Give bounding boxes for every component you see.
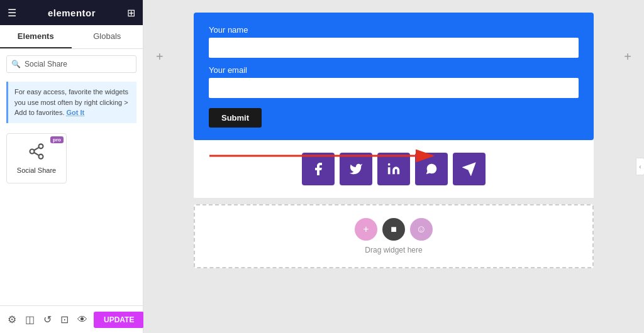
tab-globals[interactable]: Globals xyxy=(72,25,143,48)
search-input[interactable] xyxy=(6,55,136,73)
form-field-name: Your name xyxy=(209,25,579,58)
telegram-share-button[interactable] xyxy=(453,153,486,185)
add-section-left[interactable]: + xyxy=(156,50,164,63)
sidebar-bottom-toolbar: ⚙ ◫ ↺ ⊡ 👁 UPDATE ▲ xyxy=(0,305,143,333)
name-label: Your name xyxy=(209,25,579,35)
linkedin-share-button[interactable] xyxy=(377,153,410,185)
widget-type-icon[interactable]: ■ xyxy=(382,218,405,241)
name-input[interactable] xyxy=(209,38,579,58)
hamburger-icon[interactable]: ☰ xyxy=(8,7,16,19)
sidebar-search: 🔍 xyxy=(0,49,143,79)
social-share-section xyxy=(194,140,594,198)
drop-zone[interactable]: + ■ ☺ Drag widget here xyxy=(194,204,594,268)
widget-grid: pro Social Share xyxy=(0,128,143,188)
pro-badge: pro xyxy=(50,136,64,143)
add-widget-icon[interactable]: + xyxy=(355,218,377,241)
social-share-icon xyxy=(28,143,45,164)
history-icon[interactable]: ↺ xyxy=(41,311,54,328)
responsive-icon[interactable]: ⊡ xyxy=(58,311,71,328)
settings-icon[interactable]: ⚙ xyxy=(5,311,19,328)
svg-line-4 xyxy=(34,147,39,150)
info-box: For easy access, favorite the widgets yo… xyxy=(6,82,136,123)
sidebar: ☰ elementor ⊞ Elements Globals 🔍 For eas… xyxy=(0,0,143,333)
sidebar-tabs: Elements Globals xyxy=(0,25,143,49)
update-button[interactable]: UPDATE xyxy=(94,312,144,328)
svg-line-3 xyxy=(34,152,39,155)
svg-marker-9 xyxy=(464,163,475,175)
brand-logo: elementor xyxy=(48,8,96,18)
sidebar-header: ☰ elementor ⊞ xyxy=(0,0,143,25)
layers-icon[interactable]: ◫ xyxy=(23,311,37,328)
emoji-widget-icon[interactable]: ☺ xyxy=(410,218,433,241)
main-canvas: + + Your name Your email Submit xyxy=(143,0,644,333)
tab-elements[interactable]: Elements xyxy=(0,25,72,48)
facebook-share-button[interactable] xyxy=(302,153,335,185)
form-section: Your name Your email Submit xyxy=(194,13,594,140)
twitter-share-button[interactable] xyxy=(340,153,372,185)
form-field-email: Your email xyxy=(209,65,579,98)
svg-point-7 xyxy=(388,163,391,166)
drop-zone-label: Drag widget here xyxy=(365,246,422,254)
preview-icon[interactable]: 👁 xyxy=(75,312,90,328)
canvas-area: + + Your name Your email Submit xyxy=(143,0,644,333)
email-input[interactable] xyxy=(209,78,579,98)
search-icon: 🔍 xyxy=(11,60,21,68)
add-section-right[interactable]: + xyxy=(624,50,631,63)
submit-button[interactable]: Submit xyxy=(209,108,262,128)
widget-social-share[interactable]: pro Social Share xyxy=(6,133,67,183)
email-label: Your email xyxy=(209,65,579,75)
got-it-link[interactable]: Got It xyxy=(67,109,85,116)
grid-icon[interactable]: ⊞ xyxy=(127,7,135,19)
widget-label: Social Share xyxy=(17,166,56,174)
whatsapp-share-button[interactable] xyxy=(415,153,448,185)
drop-zone-icons: + ■ ☺ xyxy=(355,218,433,241)
collapse-sidebar-button[interactable]: ‹ xyxy=(636,158,644,175)
